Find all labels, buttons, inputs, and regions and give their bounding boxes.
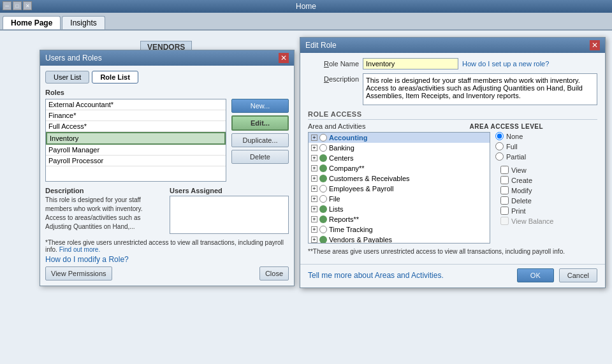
expand-accounting[interactable]: + <box>311 135 317 141</box>
checkbox-delete-label: Delete <box>511 197 532 205</box>
edit-role-btn[interactable]: Edit... <box>231 115 289 131</box>
centers-icon <box>319 154 327 162</box>
tab-home-page[interactable]: Home Page <box>3 16 61 29</box>
description-textarea[interactable]: This role is designed for your staff mem… <box>363 73 597 105</box>
tree-item-vendors[interactable]: + Vendors & Payables <box>309 235 490 244</box>
expand-lists[interactable]: + <box>311 206 317 212</box>
desc-left: Description This role is designed for yo… <box>45 187 164 234</box>
checkbox-create-input[interactable] <box>500 176 509 184</box>
duplicate-role-btn[interactable]: Duplicate... <box>231 133 289 147</box>
time-tracking-icon <box>319 226 327 233</box>
radio-partial-input[interactable] <box>495 152 504 161</box>
cancel-btn[interactable]: Cancel <box>559 268 597 282</box>
list-item[interactable]: External Accountant* <box>46 99 226 110</box>
tree-container[interactable]: + Accounting + Banking <box>308 132 490 244</box>
window-controls[interactable]: ─ □ ✕ <box>3 1 32 10</box>
desc-section: Description This role is designed for yo… <box>45 187 289 234</box>
radio-full-input[interactable] <box>495 142 504 150</box>
list-item[interactable]: Full Access* <box>46 121 226 132</box>
tree-item-employees[interactable]: + Employees & Payroll <box>309 184 490 194</box>
radio-group: None Full Partial <box>495 132 597 161</box>
users-roles-title: Users and Roles <box>45 54 102 62</box>
users-roles-close-btn[interactable]: ✕ <box>279 53 289 63</box>
new-role-btn[interactable]: New... <box>231 99 289 113</box>
checkbox-modify-input[interactable] <box>500 186 509 194</box>
radio-partial-label: Partial <box>506 153 526 161</box>
expand-company[interactable]: + <box>311 165 317 171</box>
tree-item-lists[interactable]: + Lists <box>309 204 490 214</box>
tree-item-banking[interactable]: + Banking <box>309 143 490 153</box>
how-modify-link[interactable]: How do I modify a Role? <box>45 255 129 264</box>
minimize-btn[interactable]: ─ <box>3 1 11 10</box>
footnote: **These areas give users unrestricted ac… <box>308 247 597 256</box>
tab-insights[interactable]: Insights <box>62 16 105 29</box>
tab-user-list[interactable]: User List <box>45 71 89 84</box>
checkbox-view-balance[interactable]: View Balance <box>500 217 597 225</box>
view-permissions-btn[interactable]: View Permissions <box>45 266 112 280</box>
tab-role-list[interactable]: Role List <box>92 71 138 84</box>
reports-icon <box>319 215 327 223</box>
list-item[interactable]: Payroll Manager <box>46 145 226 156</box>
roles-label: Roles <box>45 89 289 96</box>
checkbox-create-label: Create <box>511 177 532 184</box>
checkbox-create[interactable]: Create <box>500 176 597 184</box>
checkbox-delete[interactable]: Delete <box>500 196 597 205</box>
tree-item-file[interactable]: + File <box>309 194 490 204</box>
expand-banking[interactable]: + <box>311 145 317 151</box>
role-name-input[interactable] <box>363 58 458 69</box>
checkbox-print-input[interactable] <box>500 207 509 215</box>
radio-none[interactable]: None <box>495 132 597 140</box>
close-window-btn[interactable]: ✕ <box>23 1 32 10</box>
area-access-level-header: AREA ACCESS LEVEL <box>470 123 544 130</box>
list-item[interactable]: Payroll Processor <box>46 156 226 166</box>
checkbox-view[interactable]: View <box>500 166 597 174</box>
checkbox-print[interactable]: Print <box>500 207 597 215</box>
radio-partial[interactable]: Partial <box>495 152 597 161</box>
tree-item-time-tracking[interactable]: + Time Tracking <box>309 224 490 235</box>
edit-role-close-btn[interactable]: ✕ <box>590 40 600 50</box>
checkbox-view-balance-label: View Balance <box>511 217 553 225</box>
expand-centers[interactable]: + <box>311 155 317 161</box>
expand-vendors[interactable]: + <box>311 237 317 243</box>
role-name-label: Role Name <box>308 58 359 68</box>
expand-reports[interactable]: + <box>311 216 317 222</box>
delete-role-btn[interactable]: Delete <box>231 150 289 164</box>
tree-item-customers[interactable]: + Customers & Receivables <box>309 173 490 184</box>
find-out-more-link[interactable]: Find out more. <box>59 246 100 253</box>
list-item[interactable]: Finance* <box>46 110 226 121</box>
tree-label-file: File <box>329 195 340 203</box>
checkbox-delete-input[interactable] <box>500 196 509 205</box>
checkbox-modify[interactable]: Modify <box>500 186 597 194</box>
radio-full[interactable]: Full <box>495 142 597 150</box>
maximize-btn[interactable]: □ <box>13 1 22 10</box>
employees-icon <box>319 185 327 193</box>
tab-bar: Home Page Insights <box>0 13 612 31</box>
radio-none-input[interactable] <box>495 132 504 140</box>
list-item-selected[interactable]: Inventory <box>46 132 226 145</box>
checkbox-print-label: Print <box>511 207 526 215</box>
desc-label: Description <box>45 187 164 194</box>
expand-time-tracking[interactable]: + <box>311 226 317 233</box>
checkbox-modify-label: Modify <box>511 187 532 194</box>
tree-label-time-tracking: Time Tracking <box>329 226 373 233</box>
footnote-text: *These roles give users unrestricted acc… <box>45 239 289 253</box>
area-activities: + Accounting + Banking <box>308 132 490 244</box>
ok-btn[interactable]: OK <box>517 268 554 282</box>
vendors-icon <box>319 236 327 244</box>
tell-more-link[interactable]: Tell me more about Areas and Activities. <box>308 271 444 280</box>
checkbox-view-input[interactable] <box>500 166 509 174</box>
close-dialog-btn[interactable]: Close <box>259 266 289 280</box>
roles-list[interactable]: External Accountant* Finance* Full Acces… <box>45 99 226 182</box>
help-link[interactable]: How do I set up a new role? <box>462 58 549 68</box>
expand-file[interactable]: + <box>311 196 317 202</box>
dialog-tabs: User List Role List <box>45 71 289 84</box>
tree-item-centers[interactable]: + Centers <box>309 153 490 163</box>
tree-item-company[interactable]: + Company** <box>309 163 490 173</box>
tree-item-accounting[interactable]: + Accounting <box>309 133 490 143</box>
expand-customers[interactable]: + <box>311 175 317 182</box>
expand-employees[interactable]: + <box>311 186 317 192</box>
edit-role-dialog: Edit Role ✕ Role Name How do I set up a … <box>300 37 606 288</box>
role-access-title: ROLE ACCESS <box>308 110 597 120</box>
checkbox-view-balance-input <box>500 217 509 225</box>
tree-item-reports[interactable]: + Reports** <box>309 214 490 224</box>
